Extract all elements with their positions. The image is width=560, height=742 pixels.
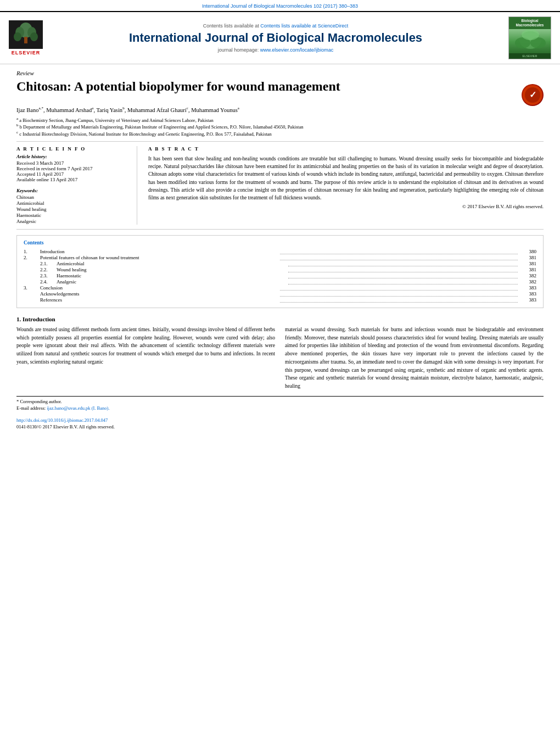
keyword-4: Haemostatic	[16, 213, 130, 218]
contents-page-2-4: 382	[520, 279, 536, 284]
logo-image	[509, 29, 551, 53]
keyword-1: Chitosan	[16, 194, 130, 200]
affiliations: a a Biochemistry Section, Jhang-Campus, …	[16, 116, 544, 137]
contents-page-ref: 383	[520, 297, 536, 303]
homepage-url[interactable]: www.elsevier.com/locate/ijbiomac	[260, 47, 334, 53]
keyword-3: Wound healing	[16, 207, 130, 212]
contents-section: Contents 1. Introduction 380 2. Potentia…	[16, 235, 544, 308]
title-row: Chitosan: A potential biopolymer for wou…	[16, 79, 544, 106]
contents-page-1: 380	[520, 249, 536, 254]
svg-point-10	[522, 29, 539, 40]
contents-label-2-4: Analgesic	[57, 279, 286, 284]
keywords-label: Keywords:	[16, 188, 130, 193]
contents-page-2: 381	[520, 255, 536, 260]
contents-label-ref: References	[40, 297, 278, 303]
journal-ref-text: International Journal of Biological Macr…	[202, 3, 358, 9]
copyright: © 2017 Elsevier B.V. All rights reserved…	[148, 204, 544, 209]
issn-line: 0141-8130/© 2017 Elsevier B.V. All right…	[16, 424, 544, 429]
contents-dots-2-2	[288, 267, 518, 272]
contents-label-1: Introduction	[40, 249, 278, 254]
journal-header: ELSEVIER Contents lists available at Con…	[0, 11, 560, 64]
contents-num-2-4: 2.4.	[40, 279, 57, 284]
elsevier-tree-icon	[9, 20, 43, 49]
intro-heading: 1. Introduction	[16, 316, 544, 322]
journal-logo: BiologicalMacromolecules ELSEVIER	[508, 16, 551, 59]
divider-2	[16, 229, 544, 230]
affil-a: a a Biochemistry Section, Jhang-Campus, …	[16, 116, 544, 123]
abstract-heading: A B S T R A C T	[148, 146, 544, 152]
contents-label-2-3: Haemostatic	[57, 273, 286, 278]
contents-item-2: 2. Potential features of chitosan for wo…	[24, 255, 536, 260]
svg-text:✓: ✓	[529, 90, 536, 99]
available-date: Available online 13 April 2017	[16, 177, 130, 182]
contents-num-ack	[24, 291, 40, 297]
contents-num-2-1: 2.1.	[40, 261, 57, 266]
main-content: Review Chitosan: A potential biopolymer …	[0, 64, 560, 436]
contents-dots-3	[280, 285, 518, 291]
journal-reference: International Journal of Biological Macr…	[0, 0, 560, 11]
elsevier-logo: ELSEVIER	[9, 20, 43, 55]
contents-dots-2	[280, 255, 518, 260]
article-type-label: Review	[16, 70, 544, 76]
svg-point-5	[14, 32, 21, 41]
sciencedirect-line: Contents lists available at Contents lis…	[49, 23, 502, 29]
contents-item-2-4: 2.4. Analgesic 382	[24, 279, 536, 284]
contents-dots-ref	[280, 297, 518, 303]
email-label: E-mail address:	[16, 405, 46, 411]
affil-b: b b Department of Metallurgy and Materia…	[16, 123, 544, 130]
intro-col-2: material as wound dressing. Such materia…	[285, 326, 544, 390]
info-abstract-cols: A R T I C L E I N F O Article history: R…	[16, 146, 544, 225]
authors: Ijaz Banoa,*, Muhammad Arshada, Tariq Ya…	[16, 106, 544, 113]
keyword-2: Antimicrobial	[16, 200, 130, 206]
divider-1	[16, 141, 544, 142]
contents-num-2: 2.	[24, 255, 40, 260]
footnote-area: * Corresponding author. E-mail address: …	[16, 396, 544, 429]
contents-page-2-2: 381	[520, 267, 536, 272]
contents-num-1: 1.	[24, 249, 40, 254]
email-line: E-mail address: ijaz.bano@uvas.edu.pk (I…	[16, 405, 544, 411]
intro-body: Wounds are treated using different metho…	[16, 326, 544, 390]
accepted-date: Accepted 11 April 2017	[16, 171, 130, 177]
intro-section: 1. Introduction Wounds are treated using…	[16, 316, 544, 390]
contents-item-2-2: 2.2. Wound healing 381	[24, 267, 536, 272]
abstract-text: It has been seen that slow healing and n…	[148, 155, 544, 202]
history-label: Article history:	[16, 154, 130, 159]
contents-heading: Contents	[24, 240, 536, 246]
contents-dots-ack	[280, 291, 518, 297]
page: International Journal of Biological Macr…	[0, 0, 560, 742]
contents-dots-1	[280, 249, 518, 254]
contents-dots-2-1	[288, 261, 518, 266]
contents-label-2-2: Wound healing	[57, 267, 286, 272]
contents-label-3: Conclusion	[40, 285, 278, 291]
contents-dots-2-4	[288, 279, 518, 284]
contents-label-ack: Acknowledgements	[40, 291, 278, 297]
contents-page-3: 383	[520, 285, 536, 291]
homepage-line: journal homepage: www.elsevier.com/locat…	[49, 47, 502, 53]
contents-item-1: 1. Introduction 380	[24, 249, 536, 254]
contents-item-ack: Acknowledgements 383	[24, 291, 536, 297]
email-link[interactable]: ijaz.bano@uvas.edu.pk (I. Bano).	[47, 405, 109, 411]
sciencedirect-link[interactable]: Contents lists available at ScienceDirec…	[260, 23, 348, 29]
header-center: Contents lists available at Contents lis…	[49, 23, 502, 53]
svg-point-6	[30, 32, 38, 41]
abstract-col: A B S T R A C T It has been seen that sl…	[148, 146, 544, 225]
elsevier-label: ELSEVIER	[12, 50, 41, 55]
doi-link[interactable]: http://dx.doi.org/10.1016/j.ijbiomac.201…	[16, 417, 108, 423]
contents-page-2-1: 381	[520, 261, 536, 266]
keyword-5: Analgesic	[16, 219, 130, 224]
article-title: Chitosan: A potential biopolymer for wou…	[16, 79, 340, 94]
contents-label-2: Potential features of chitosan for wound…	[40, 255, 278, 260]
article-info-col: A R T I C L E I N F O Article history: R…	[16, 146, 137, 225]
homepage-label: journal homepage:	[218, 47, 259, 53]
received-date: Received 3 March 2017	[16, 160, 130, 166]
journal-title: International Journal of Biological Macr…	[49, 31, 502, 45]
logo-svg-art	[509, 29, 551, 51]
intro-col-1: Wounds are treated using different metho…	[16, 326, 275, 390]
crossmark-icon[interactable]: ✓	[522, 84, 544, 106]
contents-num-ref	[24, 297, 40, 303]
doi-line: http://dx.doi.org/10.1016/j.ijbiomac.201…	[16, 417, 544, 423]
contents-item-2-1: 2.1. Antimicrobial 381	[24, 261, 536, 266]
contents-num-2-3: 2.3.	[40, 273, 57, 278]
affil-c: c c Industrial Biotechnology Division, N…	[16, 130, 544, 137]
corresponding-note: * Corresponding author.	[16, 399, 544, 404]
